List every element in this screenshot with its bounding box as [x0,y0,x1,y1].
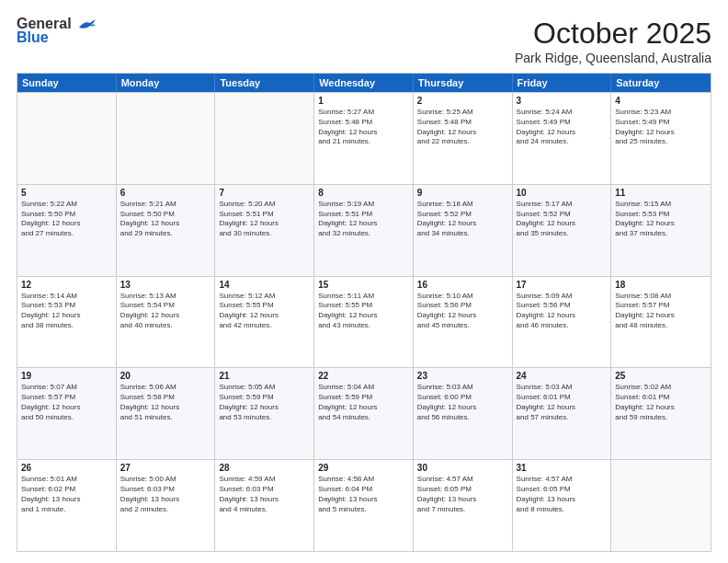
day-cell-15: 15Sunrise: 5:11 AM Sunset: 5:55 PM Dayli… [314,277,414,368]
day-number: 16 [417,280,508,290]
day-info: Sunrise: 4:58 AM Sunset: 6:04 PM Dayligh… [318,475,409,514]
day-number: 15 [318,280,409,290]
weekday-header-friday: Friday [513,74,612,92]
calendar: SundayMondayTuesdayWednesdayThursdayFrid… [17,73,711,552]
day-cell-31: 31Sunrise: 4:57 AM Sunset: 6:05 PM Dayli… [513,460,612,551]
day-info: Sunrise: 5:06 AM Sunset: 5:58 PM Dayligh… [120,383,211,422]
month-title: October 2025 [515,17,711,51]
day-number: 14 [219,280,310,290]
day-cell-24: 24Sunrise: 5:03 AM Sunset: 6:01 PM Dayli… [513,368,612,459]
logo-bird-icon [77,18,97,31]
day-info: Sunrise: 5:03 AM Sunset: 6:00 PM Dayligh… [417,383,508,422]
day-info: Sunrise: 5:21 AM Sunset: 5:50 PM Dayligh… [120,200,211,239]
day-info: Sunrise: 5:17 AM Sunset: 5:52 PM Dayligh… [517,200,608,239]
day-info: Sunrise: 5:15 AM Sunset: 5:53 PM Dayligh… [615,200,707,239]
day-number: 10 [517,188,608,198]
day-info: Sunrise: 5:24 AM Sunset: 5:49 PM Dayligh… [517,108,608,147]
day-number: 18 [615,280,707,290]
title-area: October 2025 Park Ridge, Queensland, Aus… [515,17,711,65]
day-number: 19 [21,371,112,381]
day-info: Sunrise: 5:14 AM Sunset: 5:53 PM Dayligh… [21,292,112,331]
weekday-header-sunday: Sunday [17,74,117,92]
day-cell-23: 23Sunrise: 5:03 AM Sunset: 6:00 PM Dayli… [414,368,513,459]
day-info: Sunrise: 5:25 AM Sunset: 5:48 PM Dayligh… [417,108,508,147]
day-cell-29: 29Sunrise: 4:58 AM Sunset: 6:04 PM Dayli… [314,460,414,551]
day-cell-20: 20Sunrise: 5:06 AM Sunset: 5:58 PM Dayli… [117,368,216,459]
location: Park Ridge, Queensland, Australia [515,51,711,65]
day-cell-19: 19Sunrise: 5:07 AM Sunset: 5:57 PM Dayli… [17,368,117,459]
day-info: Sunrise: 5:20 AM Sunset: 5:51 PM Dayligh… [219,200,310,239]
empty-cell [215,93,314,184]
day-cell-12: 12Sunrise: 5:14 AM Sunset: 5:53 PM Dayli… [17,277,117,368]
day-number: 23 [417,371,508,381]
day-cell-11: 11Sunrise: 5:15 AM Sunset: 5:53 PM Dayli… [611,185,711,276]
day-info: Sunrise: 5:09 AM Sunset: 5:56 PM Dayligh… [517,292,608,331]
day-cell-2: 2Sunrise: 5:25 AM Sunset: 5:48 PM Daylig… [414,93,513,184]
empty-cell [611,460,711,551]
day-cell-25: 25Sunrise: 5:02 AM Sunset: 6:01 PM Dayli… [611,368,711,459]
day-cell-5: 5Sunrise: 5:22 AM Sunset: 5:50 PM Daylig… [17,185,117,276]
day-info: Sunrise: 5:05 AM Sunset: 5:59 PM Dayligh… [219,383,310,422]
day-info: Sunrise: 5:18 AM Sunset: 5:52 PM Dayligh… [417,200,508,239]
day-info: Sunrise: 5:04 AM Sunset: 5:59 PM Dayligh… [318,383,409,422]
day-cell-22: 22Sunrise: 5:04 AM Sunset: 5:59 PM Dayli… [314,368,414,459]
calendar-row-2: 5Sunrise: 5:22 AM Sunset: 5:50 PM Daylig… [17,184,711,276]
calendar-row-4: 19Sunrise: 5:07 AM Sunset: 5:57 PM Dayli… [17,367,711,459]
day-number: 13 [120,280,211,290]
day-number: 3 [517,96,608,106]
day-number: 9 [417,188,508,198]
day-cell-27: 27Sunrise: 5:00 AM Sunset: 6:03 PM Dayli… [117,460,216,551]
logo: General Blue [17,17,97,46]
calendar-header: SundayMondayTuesdayWednesdayThursdayFrid… [17,74,711,92]
weekday-header-thursday: Thursday [414,74,513,92]
day-info: Sunrise: 5:10 AM Sunset: 5:56 PM Dayligh… [417,292,508,331]
day-cell-10: 10Sunrise: 5:17 AM Sunset: 5:52 PM Dayli… [513,185,612,276]
day-number: 4 [615,96,707,106]
day-number: 11 [615,188,707,198]
day-info: Sunrise: 5:22 AM Sunset: 5:50 PM Dayligh… [21,200,112,239]
day-number: 27 [120,463,211,473]
day-info: Sunrise: 5:13 AM Sunset: 5:54 PM Dayligh… [120,292,211,331]
calendar-row-3: 12Sunrise: 5:14 AM Sunset: 5:53 PM Dayli… [17,276,711,368]
day-number: 29 [318,463,409,473]
day-cell-18: 18Sunrise: 5:08 AM Sunset: 5:57 PM Dayli… [611,277,711,368]
calendar-row-1: 1Sunrise: 5:27 AM Sunset: 5:48 PM Daylig… [17,92,711,184]
day-info: Sunrise: 5:08 AM Sunset: 5:57 PM Dayligh… [615,292,707,331]
day-cell-6: 6Sunrise: 5:21 AM Sunset: 5:50 PM Daylig… [117,185,216,276]
day-cell-7: 7Sunrise: 5:20 AM Sunset: 5:51 PM Daylig… [215,185,314,276]
day-number: 17 [517,280,608,290]
day-cell-13: 13Sunrise: 5:13 AM Sunset: 5:54 PM Dayli… [117,277,216,368]
day-info: Sunrise: 4:57 AM Sunset: 6:05 PM Dayligh… [417,475,508,514]
day-number: 30 [417,463,508,473]
day-info: Sunrise: 5:12 AM Sunset: 5:55 PM Dayligh… [219,292,310,331]
day-cell-26: 26Sunrise: 5:01 AM Sunset: 6:02 PM Dayli… [17,460,117,551]
day-info: Sunrise: 5:27 AM Sunset: 5:48 PM Dayligh… [318,108,409,147]
day-cell-3: 3Sunrise: 5:24 AM Sunset: 5:49 PM Daylig… [513,93,612,184]
logo-blue: Blue [17,29,49,46]
day-info: Sunrise: 5:02 AM Sunset: 6:01 PM Dayligh… [615,383,707,422]
day-number: 21 [219,371,310,381]
day-number: 22 [318,371,409,381]
day-cell-17: 17Sunrise: 5:09 AM Sunset: 5:56 PM Dayli… [513,277,612,368]
page-header: General Blue October 2025 Park Ridge, Qu… [17,17,711,65]
day-number: 24 [517,371,608,381]
day-number: 12 [21,280,112,290]
empty-cell [17,93,117,184]
day-info: Sunrise: 5:23 AM Sunset: 5:49 PM Dayligh… [615,108,707,147]
day-number: 26 [21,463,112,473]
day-number: 28 [219,463,310,473]
day-info: Sunrise: 5:01 AM Sunset: 6:02 PM Dayligh… [21,475,112,514]
day-cell-16: 16Sunrise: 5:10 AM Sunset: 5:56 PM Dayli… [414,277,513,368]
day-number: 6 [120,188,211,198]
empty-cell [117,93,216,184]
day-cell-21: 21Sunrise: 5:05 AM Sunset: 5:59 PM Dayli… [215,368,314,459]
calendar-row-5: 26Sunrise: 5:01 AM Sunset: 6:02 PM Dayli… [17,459,711,551]
day-cell-8: 8Sunrise: 5:19 AM Sunset: 5:51 PM Daylig… [314,185,414,276]
day-number: 5 [21,188,112,198]
weekday-header-saturday: Saturday [611,74,711,92]
weekday-header-wednesday: Wednesday [314,74,414,92]
day-cell-28: 28Sunrise: 4:59 AM Sunset: 6:03 PM Dayli… [215,460,314,551]
day-number: 7 [219,188,310,198]
weekday-header-tuesday: Tuesday [215,74,314,92]
day-info: Sunrise: 4:59 AM Sunset: 6:03 PM Dayligh… [219,475,310,514]
